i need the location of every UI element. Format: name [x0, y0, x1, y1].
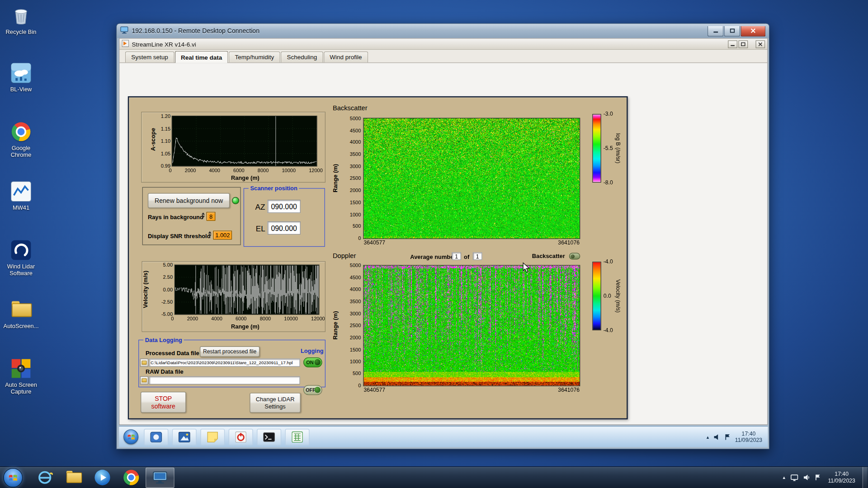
ascope-y-axis-ticks: 1.201.151.101.050.99 [154, 113, 170, 169]
desktop-icon-wind-lidar[interactable]: Wind Lidar Software [2, 239, 41, 276]
rdp-taskbar-app-3[interactable] [200, 428, 225, 445]
restart-processed-file-button[interactable]: Restart processed file [200, 347, 259, 357]
scanner-position-title: Scanner position [249, 185, 299, 192]
app-close-button[interactable] [755, 40, 765, 48]
app-maximize-button[interactable] [738, 40, 748, 48]
backscatter-toggle[interactable] [569, 253, 580, 260]
desktop-icon-autoscreen-folder[interactable]: AutoScreen... [2, 299, 41, 329]
rdp-taskbar-app-4[interactable] [229, 428, 253, 445]
average-count-input[interactable]: 1 [473, 252, 482, 260]
tick-label: 12000 [311, 316, 325, 321]
rdp-volume-icon[interactable] [713, 433, 720, 440]
toggle-on-label: ON [306, 360, 314, 365]
tab-scheduling[interactable]: Scheduling [281, 52, 323, 62]
taskbar: ▴ 17:40 11/09/2023 [0, 466, 868, 488]
backscatter-colorbar [592, 114, 601, 183]
tick-label: 4500 [350, 275, 361, 280]
az-label: AZ [255, 202, 265, 211]
rdp-maximize-button[interactable] [724, 26, 741, 36]
raw-path-field[interactable] [149, 376, 300, 385]
tray-display-icon[interactable] [790, 474, 798, 481]
tick-label: -2.50 [161, 299, 173, 305]
tick-label: 3000 [350, 311, 361, 316]
folder-icon [66, 472, 81, 483]
desktop-icon-recycle-bin[interactable]: Recycle Bin [2, 5, 41, 35]
rdp-taskbar-app-5[interactable] [257, 428, 281, 445]
desktop-icon-label: AutoScreen... [4, 323, 39, 329]
raw-path-browse-button[interactable] [140, 376, 148, 385]
tray-volume-icon[interactable] [803, 474, 810, 481]
desktop-icon-mw41[interactable]: MW41 [2, 180, 41, 211]
renew-background-button[interactable]: Renew background now [148, 193, 230, 208]
tick-label: 3641076 [558, 387, 580, 393]
tab-system-setup[interactable]: System setup [125, 52, 175, 62]
taskbar-internet-explorer[interactable] [30, 467, 59, 488]
backscatter-title: Backscatter [333, 104, 368, 112]
toggle-knob-icon [571, 254, 575, 258]
tab-wind-profile[interactable]: Wind profile [324, 52, 368, 62]
velocity-plot[interactable] [175, 265, 319, 314]
doppler-colorbar [592, 262, 601, 330]
app-titlebar[interactable]: StreamLine XR v14-6.vi [119, 39, 767, 50]
tick-label: 1.10 [161, 138, 170, 144]
average-number-input[interactable]: 1 [452, 252, 461, 260]
processed-logging-toggle[interactable]: ON [303, 357, 322, 367]
taskbar-chrome[interactable] [117, 467, 146, 488]
backscatter-heatmap[interactable] [363, 118, 580, 239]
rdp-start-button[interactable] [123, 429, 138, 444]
rdp-titlebar[interactable]: 192.168.0.150 - Remote Desktop Connectio… [117, 24, 769, 38]
rdp-taskbar-app-2[interactable] [172, 428, 197, 445]
rdp-close-button[interactable] [741, 26, 765, 36]
tick-label: 2000 [350, 335, 361, 340]
rdp-tray-expand-icon[interactable]: ▴ [707, 434, 709, 440]
tab-temp-humidity[interactable]: Temp/humidity [229, 52, 280, 62]
tick-label: 1.15 [161, 126, 170, 131]
az-value-field[interactable]: 090.000 [267, 200, 300, 213]
processed-path-field[interactable]: C:\Lidar\Data\Proc\2023\202309\20230911\… [149, 358, 300, 366]
processed-path-browse-button[interactable] [140, 358, 148, 366]
change-lidar-settings-button[interactable]: Change LiDAR Settings [250, 393, 301, 413]
taskbar-remote-desktop-active[interactable] [146, 467, 175, 488]
rdp-taskbar-app-1[interactable] [144, 428, 168, 445]
rays-value[interactable]: 8 [207, 212, 216, 221]
pictures-app-icon [178, 431, 190, 442]
taskbar-media-player[interactable] [88, 467, 117, 488]
tick-label: -8.0 [604, 180, 613, 185]
rdp-clock[interactable]: 17:40 11/09/2023 [735, 430, 762, 443]
tray-expand-icon[interactable]: ▴ [783, 475, 786, 480]
tick-label: 1500 [350, 347, 361, 352]
app-window: StreamLine XR v14-6.vi System setup Real… [119, 38, 768, 425]
rdp-action-center-icon[interactable] [724, 433, 730, 440]
tab-bar: System setup Real time data Temp/humidit… [119, 50, 767, 63]
doppler-heatmap[interactable] [363, 266, 580, 386]
desktop-icon-google-chrome[interactable]: Google Chrome [2, 121, 41, 158]
windows-flag-icon [127, 432, 136, 441]
rdp-taskbar-app-6[interactable] [285, 428, 310, 445]
snr-value[interactable]: 1.002 [213, 231, 232, 240]
desktop-icon-auto-screen-capture[interactable]: Auto Screen Capture [2, 357, 41, 394]
blue-app-icon [150, 431, 162, 442]
tick-label: -4.0 [604, 328, 613, 333]
tray-action-center-icon[interactable] [815, 474, 821, 481]
el-value-field[interactable]: 090.000 [267, 221, 300, 235]
raw-logging-toggle[interactable]: OFF [303, 385, 322, 395]
snr-spinner[interactable] [207, 231, 212, 237]
show-desktop-button[interactable] [863, 467, 867, 488]
stop-software-button[interactable]: STOP software [141, 392, 186, 413]
desktop-icon-bl-view[interactable]: BL-View [2, 62, 41, 92]
power-app-icon [235, 431, 246, 442]
rays-spinner[interactable] [200, 212, 205, 218]
taskbar-clock[interactable]: 17:40 11/09/2023 [828, 471, 855, 484]
start-button[interactable] [3, 468, 23, 487]
app-minimize-button[interactable] [728, 40, 737, 48]
taskbar-windows-explorer[interactable] [59, 467, 88, 488]
ascope-plot[interactable] [172, 116, 317, 166]
screen: Recycle Bin BL-View Google Chrome MW41 W… [0, 0, 868, 488]
tick-label: 0.00 [163, 287, 173, 292]
rdp-minimize-button[interactable] [708, 26, 724, 36]
tick-label: 5.00 [163, 262, 173, 267]
tab-real-time-data[interactable]: Real time data [175, 51, 228, 63]
tick-label: 2500 [350, 323, 361, 328]
background-controls-group: Renew background now Rays in background … [142, 187, 241, 245]
windows-flag-icon [8, 472, 18, 483]
